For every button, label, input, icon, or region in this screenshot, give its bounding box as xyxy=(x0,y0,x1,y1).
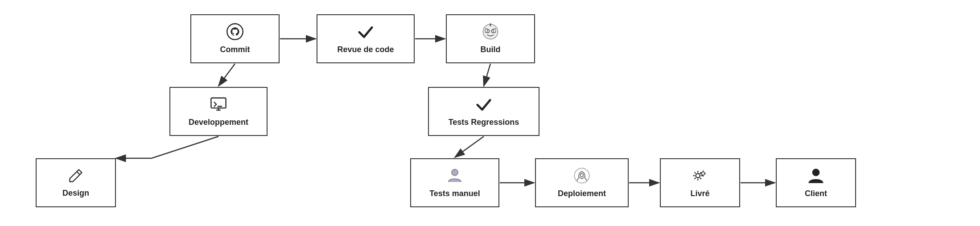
build-label: Build xyxy=(481,45,501,54)
design-node: Design xyxy=(36,158,116,207)
diagram-container: Commit Revue de code Build xyxy=(0,0,980,226)
svg-point-24 xyxy=(580,173,583,177)
client-label: Client xyxy=(805,189,827,198)
client-node: Client xyxy=(776,158,856,207)
pencil-icon xyxy=(68,168,84,186)
svg-line-34 xyxy=(695,178,696,179)
deploiement-label: Deploiement xyxy=(558,189,606,198)
svg-point-9 xyxy=(227,24,243,40)
livre-node: Livré xyxy=(660,158,740,207)
svg-line-3 xyxy=(484,64,490,86)
svg-rect-15 xyxy=(485,29,487,33)
monitor-icon xyxy=(210,96,227,115)
revue-code-node: Revue de code xyxy=(317,14,415,63)
rocket-icon xyxy=(573,167,590,186)
build-node: Build xyxy=(446,14,535,63)
deploiement-node: Deploiement xyxy=(535,158,629,207)
svg-point-22 xyxy=(452,169,458,176)
commit-label: Commit xyxy=(220,45,250,54)
revue-code-label: Revue de code xyxy=(337,45,394,54)
svg-line-8 xyxy=(218,64,235,86)
person-icon xyxy=(446,167,463,186)
svg-line-21 xyxy=(77,172,80,175)
svg-point-23 xyxy=(574,168,589,183)
developpement-label: Developpement xyxy=(189,118,248,127)
developpement-node: Developpement xyxy=(169,87,268,136)
tests-manuel-label: Tests manuel xyxy=(429,189,480,198)
design-label: Design xyxy=(62,189,89,198)
check2-icon xyxy=(475,96,492,115)
svg-point-25 xyxy=(696,173,700,178)
commit-node: Commit xyxy=(190,14,280,63)
check-icon xyxy=(357,23,374,42)
github-icon xyxy=(226,23,243,42)
person-filled-icon xyxy=(807,167,824,186)
svg-line-4 xyxy=(455,136,484,157)
svg-point-26 xyxy=(702,172,705,175)
livre-label: Livré xyxy=(690,189,709,198)
svg-point-14 xyxy=(490,24,491,25)
svg-point-39 xyxy=(812,169,820,177)
svg-rect-16 xyxy=(494,29,496,33)
gears-icon xyxy=(692,167,708,186)
tests-regressions-node: Tests Regressions xyxy=(428,87,539,136)
svg-line-32 xyxy=(700,178,701,179)
bot-icon xyxy=(482,23,499,42)
tests-regressions-label: Tests Regressions xyxy=(449,118,519,127)
tests-manuel-node: Tests manuel xyxy=(410,158,499,207)
svg-line-31 xyxy=(695,172,696,173)
